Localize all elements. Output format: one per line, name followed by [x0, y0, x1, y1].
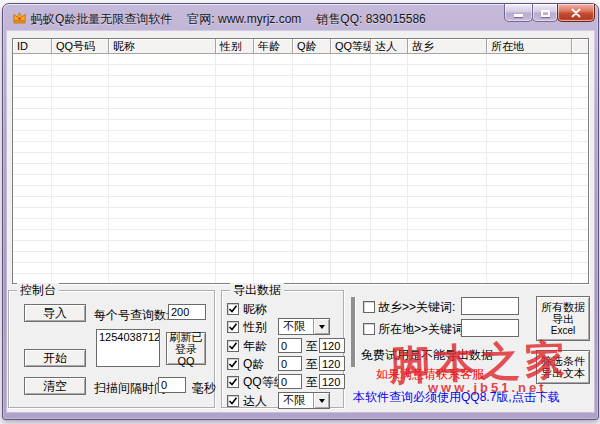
column-header-6[interactable]: QQ等级: [331, 39, 371, 54]
gender-select[interactable]: 不限: [278, 318, 330, 335]
crown-app-icon: [12, 10, 27, 25]
talent-checkbox[interactable]: [227, 395, 239, 407]
refresh-qq-line1: 刷新已: [170, 331, 203, 343]
nickname-label: 昵称: [243, 302, 267, 316]
export-text-line1: 筛选条件: [541, 355, 585, 367]
column-gridline: [407, 54, 408, 283]
qq-level-range-separator: 至: [306, 375, 318, 389]
close-icon: [571, 8, 581, 18]
qq-level-to-input[interactable]: [319, 374, 345, 389]
column-header-9[interactable]: 所在地: [487, 39, 572, 54]
location-label: 所在地>>关键词:: [378, 322, 467, 336]
chevron-down-icon[interactable]: [313, 393, 329, 408]
screenshot-stage: 蚂蚁Q龄批量无限查询软件官网: www.myrjz.com销售QQ: 83901…: [0, 0, 600, 424]
export-excel-line1: 所有数据: [541, 301, 585, 313]
maximize-button[interactable]: [532, 4, 558, 22]
column-gridline: [292, 54, 293, 283]
export-excel-line3: Excel: [551, 325, 575, 337]
qq-age-to-input[interactable]: [319, 356, 345, 371]
column-header-4[interactable]: 年龄: [254, 39, 293, 54]
refresh-qq-button[interactable]: 刷新已 登录QQ: [166, 332, 206, 365]
column-header-0[interactable]: ID: [13, 39, 52, 54]
nickname-checkbox[interactable]: [227, 303, 239, 315]
import-button[interactable]: 导入: [24, 304, 86, 322]
download-link[interactable]: 本软件查询必须使用QQ8.7版,点击下载: [353, 390, 560, 404]
column-header-2[interactable]: 昵称: [109, 39, 216, 54]
console-group-title: 控制台: [17, 283, 59, 297]
trial-notice: 免费试用是不能导出数据: [357, 348, 497, 362]
per-number-input[interactable]: [168, 304, 206, 320]
export-text-button[interactable]: 筛选条件 导出文本: [536, 350, 590, 384]
qq-age-checkbox[interactable]: [227, 358, 239, 370]
maximize-icon: [541, 10, 550, 17]
interval-label: 扫描间隔时间: [94, 381, 166, 395]
interval-unit-label: 毫秒: [192, 381, 216, 395]
age-from-input[interactable]: [278, 338, 302, 353]
app-window: 蚂蚁Q龄批量无限查询软件官网: www.myrjz.com销售QQ: 83901…: [2, 3, 599, 420]
age-label: 年龄: [243, 339, 267, 353]
client-area: IDQQ号码昵称性别年龄Q龄QQ等级达人故乡所在地 控制台 导入 每个号查询数量…: [7, 31, 594, 412]
column-header-7[interactable]: 达人: [371, 39, 408, 54]
chevron-down-icon[interactable]: [313, 319, 329, 334]
location-checkbox[interactable]: [363, 323, 375, 335]
logged-qq-item[interactable]: 1254038712: [97, 330, 159, 344]
qq-age-from-input[interactable]: [278, 356, 302, 371]
talent-label: 达人: [243, 394, 267, 408]
hometown-label: 故乡>>关键词:: [378, 300, 455, 314]
export-excel-line2: 导出: [552, 313, 574, 325]
column-gridline: [330, 54, 331, 283]
result-table: IDQQ号码昵称性别年龄Q龄QQ等级达人故乡所在地: [12, 38, 589, 284]
vertical-divider: [351, 297, 356, 367]
table-header: IDQQ号码昵称性别年龄Q龄QQ等级达人故乡所在地: [13, 39, 588, 54]
per-number-label: 每个号查询数量: [94, 308, 178, 322]
qq-level-checkbox[interactable]: [227, 376, 239, 388]
age-to-input[interactable]: [319, 338, 345, 353]
location-keyword-input[interactable]: [461, 319, 519, 337]
column-gridline: [486, 54, 487, 283]
column-gridline: [215, 54, 216, 283]
export-group-title: 导出数据: [230, 283, 284, 297]
column-header-3[interactable]: 性别: [216, 39, 254, 54]
refresh-qq-line2: 登录QQ: [167, 343, 205, 367]
logged-qq-listbox[interactable]: 1254038712: [96, 329, 160, 367]
talent-select-value: 不限: [283, 394, 305, 407]
close-button[interactable]: [557, 4, 595, 22]
gender-checkbox[interactable]: [227, 321, 239, 333]
column-gridline: [571, 54, 572, 283]
export-text-line2: 导出文本: [541, 367, 585, 379]
age-range-separator: 至: [306, 339, 318, 353]
window-title: 蚂蚁Q龄批量无限查询软件官网: www.myrjz.com销售QQ: 83901…: [31, 11, 441, 28]
column-header-8[interactable]: 故乡: [408, 39, 487, 54]
gender-label: 性别: [243, 320, 267, 334]
titlebar[interactable]: 蚂蚁Q龄批量无限查询软件官网: www.myrjz.com销售QQ: 83901…: [3, 4, 598, 31]
column-gridline: [108, 54, 109, 283]
app-name: 蚂蚁Q龄批量无限查询软件: [31, 12, 172, 26]
gender-select-value: 不限: [283, 320, 305, 333]
table-body[interactable]: [13, 54, 588, 283]
column-header-5[interactable]: Q龄: [293, 39, 331, 54]
column-gridline: [253, 54, 254, 283]
qq-level-from-input[interactable]: [278, 374, 302, 389]
minimize-button[interactable]: [504, 4, 533, 22]
hometown-keyword-input[interactable]: [461, 297, 519, 315]
minimize-icon: [514, 14, 523, 17]
start-button[interactable]: 开始: [24, 349, 86, 367]
website-text: 官网: www.myrjz.com: [187, 12, 301, 26]
hometown-checkbox[interactable]: [363, 301, 375, 313]
column-gridline: [51, 54, 52, 283]
column-gridline: [370, 54, 371, 283]
sales-qq-text: 销售QQ: 839015586: [316, 12, 425, 26]
interval-input[interactable]: [158, 377, 186, 393]
export-excel-button[interactable]: 所有数据 导出 Excel: [536, 296, 590, 341]
contact-notice: 如果满意请联系客服: [376, 367, 484, 381]
qq-age-label: Q龄: [243, 357, 264, 371]
talent-select[interactable]: 不限: [278, 392, 330, 409]
column-header-1[interactable]: QQ号码: [52, 39, 109, 54]
qq-age-range-separator: 至: [306, 357, 318, 371]
age-checkbox[interactable]: [227, 340, 239, 352]
clear-button[interactable]: 清空: [24, 377, 86, 395]
column-header-filler: [572, 39, 588, 54]
